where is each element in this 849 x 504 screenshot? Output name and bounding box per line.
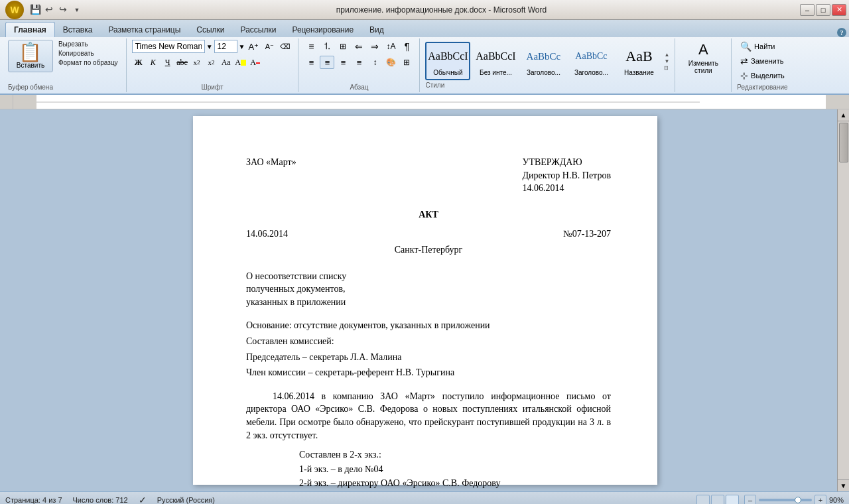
doc-approval: УТВЕРЖДАЮ Директор Н.В. Петров 14.06.201… [523, 156, 611, 195]
view-reading-button[interactable] [711, 495, 724, 505]
zoom-slider-thumb[interactable] [795, 497, 801, 503]
zoom-in-button[interactable]: + [815, 495, 826, 505]
style-heading1[interactable]: AaBbCc Заголово... [521, 42, 566, 80]
find-button[interactable]: 🔍 Найти [738, 40, 787, 53]
maximize-button[interactable]: □ [816, 4, 830, 16]
shading-button[interactable]: 🎨 [383, 56, 398, 69]
window-controls: – □ ✕ [800, 4, 846, 16]
style-no-interval[interactable]: AaBbCcI Без инте... [473, 42, 518, 80]
font-name-dropdown-icon[interactable]: ▼ [206, 43, 213, 50]
change-styles-label: Изменить стили [683, 60, 723, 74]
doc-meta-date: 14.06.2014 [246, 227, 288, 241]
clear-formatting-button[interactable]: ⌫ [278, 40, 293, 53]
line-spacing-button[interactable]: ↕ [367, 56, 382, 69]
status-right: – + 90% [696, 495, 844, 505]
styles-box: AaBbCcI Обычный AaBbCcI Без инте... AaBb… [425, 42, 669, 80]
sort-button[interactable]: ↕A [383, 40, 398, 53]
ruler-right-margin [826, 95, 849, 109]
subscript-button[interactable]: x2 [190, 56, 204, 69]
format-brush-button[interactable]: Формат по образцу [56, 58, 121, 67]
paragraph-row2: ≡ ≡ ≡ ≡ ↕ 🎨 ⊞ [304, 56, 414, 69]
align-center-button[interactable]: ≡ [320, 56, 334, 69]
paste-button[interactable]: 📋 Вставить [8, 40, 53, 72]
align-right-button[interactable]: ≡ [336, 56, 350, 69]
language[interactable]: Русский (Россия) [157, 496, 215, 504]
ruler-left-margin [13, 95, 36, 109]
view-web-button[interactable] [726, 495, 739, 505]
minimize-button[interactable]: – [800, 4, 815, 16]
doc-copies-header: Составлен в 2-х экз.: [299, 448, 611, 462]
style-heading1-label: Заголово... [527, 69, 560, 76]
style-normal[interactable]: AaBbCcI Обычный [425, 42, 470, 80]
font-color-button[interactable]: A▬ [249, 56, 262, 69]
doc-copies: Составлен в 2-х экз.: 1-й экз. – в дело … [299, 448, 611, 490]
view-normal-button[interactable] [696, 495, 710, 505]
numbering-button[interactable]: ⒈ [320, 40, 334, 53]
decrease-indent-button[interactable]: ⇐ [352, 40, 366, 53]
document-area[interactable]: ЗАО «Март» УТВЕРЖДАЮ Директор Н.В. Петро… [13, 109, 837, 491]
style-title[interactable]: AaB Название [616, 42, 661, 80]
scrollbar-down-button[interactable]: ▼ [838, 479, 849, 491]
justify-button[interactable]: ≡ [352, 56, 366, 69]
underline-button[interactable]: Ч [161, 56, 174, 69]
tab-references[interactable]: Ссылки [188, 23, 232, 37]
tab-mailings[interactable]: Рассылки [233, 23, 285, 37]
scrollbar-thumb[interactable] [839, 123, 848, 162]
change-styles-button[interactable]: A Изменить стили [681, 40, 726, 76]
change-case-button[interactable]: Aa [220, 56, 233, 69]
scrollbar-track[interactable] [838, 121, 849, 479]
help-button[interactable]: ? [837, 28, 846, 37]
font-size-input[interactable] [214, 40, 237, 53]
styles-scroll-down[interactable]: ▼ [664, 58, 669, 64]
zoom-out-button[interactable]: – [744, 495, 756, 505]
decrease-font-button[interactable]: A⁻ [262, 40, 277, 53]
change-styles-icon: A [698, 41, 708, 58]
redo-button[interactable]: ↪ [57, 4, 69, 16]
style-heading2[interactable]: AaBbCc Заголово... [568, 42, 614, 80]
vertical-scrollbar: ▲ ▼ [837, 109, 849, 491]
tab-view[interactable]: Вид [361, 23, 392, 37]
align-left-button[interactable]: ≡ [304, 56, 318, 69]
tab-insert[interactable]: Вставка [55, 23, 101, 37]
highlight-button[interactable]: A▬ [234, 56, 247, 69]
style-title-label: Название [624, 69, 654, 76]
tab-review[interactable]: Рецензирование [284, 23, 361, 37]
increase-font-button[interactable]: A⁺ [246, 40, 261, 53]
doc-approval-line3: 14.06.2014 [523, 182, 611, 195]
show-marks-button[interactable]: ¶ [399, 40, 414, 53]
font-size-dropdown-icon[interactable]: ▼ [239, 43, 245, 50]
quick-access-more[interactable]: ▼ [71, 4, 83, 16]
ribbon-group-paragraph: ≡ ⒈ ⊞ ⇐ ⇒ ↕A ¶ ≡ ≡ ≡ ≡ ↕ 🎨 ⊞ [298, 38, 420, 92]
undo-button[interactable]: ↩ [43, 4, 55, 16]
font-name-input[interactable] [132, 40, 205, 53]
increase-indent-button[interactable]: ⇒ [367, 40, 382, 53]
select-icon: ⊹ [740, 70, 748, 81]
tab-home[interactable]: Главная [5, 22, 55, 37]
font-selector-row: ▼ ▼ A⁺ A⁻ ⌫ [132, 40, 293, 53]
tab-layout[interactable]: Разметка страницы [100, 23, 188, 37]
border-button[interactable]: ⊞ [399, 56, 414, 69]
ruler-corner[interactable] [0, 95, 13, 109]
select-button[interactable]: ⊹ Выделить [738, 69, 787, 82]
save-button[interactable]: 💾 [29, 4, 41, 16]
spell-check-icon[interactable]: ✓ [139, 495, 147, 505]
replace-button[interactable]: ⇄ Заменить [738, 54, 787, 68]
styles-expand[interactable]: ⊟ [664, 65, 669, 71]
close-button[interactable]: ✕ [832, 4, 846, 16]
doc-approval-line1: УТВЕРЖДАЮ [523, 156, 611, 169]
scrollbar-up-button[interactable]: ▲ [838, 109, 849, 121]
italic-button[interactable]: К [147, 56, 160, 69]
cut-button[interactable]: Вырезать [56, 40, 121, 48]
bullets-button[interactable]: ≡ [304, 40, 318, 53]
multilevel-button[interactable]: ⊞ [336, 40, 350, 53]
styles-scroll-up[interactable]: ▲ [664, 52, 669, 58]
copy-button[interactable]: Копировать [56, 49, 121, 58]
main-area: ЗАО «Март» УТВЕРЖДАЮ Директор Н.В. Петро… [0, 109, 849, 491]
doc-copy1: 1-й экз. – в дело №04 [299, 463, 611, 476]
bold-button[interactable]: Ж [132, 56, 145, 69]
doc-subject-line3: указанных в приложении [246, 296, 611, 309]
superscript-button[interactable]: x2 [205, 56, 218, 69]
office-button[interactable]: W [5, 1, 24, 19]
find-icon: 🔍 [740, 41, 751, 52]
strikethrough-button[interactable]: abc [176, 56, 189, 69]
